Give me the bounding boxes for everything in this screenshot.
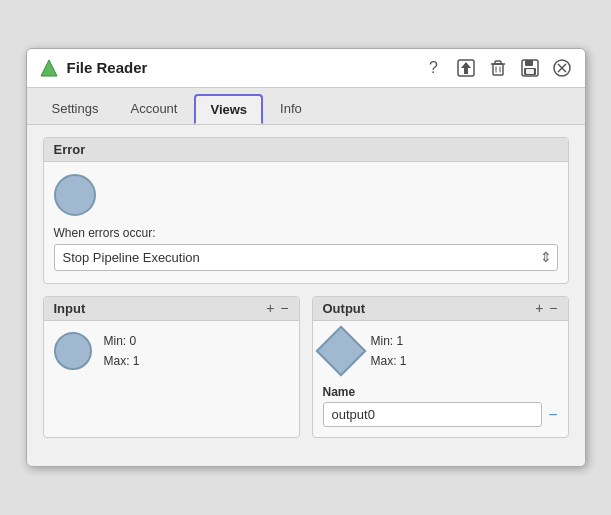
input-port-info: Min: 0 Max: 1 bbox=[104, 331, 140, 372]
error-section-header: Error bbox=[44, 138, 568, 162]
input-section: Input + − Min: 0 Max: bbox=[43, 296, 300, 439]
ports-row: Input + − Min: 0 Max: bbox=[43, 296, 569, 451]
error-section-body: When errors occur: Stop Pipeline Executi… bbox=[44, 162, 568, 283]
svg-marker-2 bbox=[461, 62, 471, 74]
tab-info[interactable]: Info bbox=[265, 94, 317, 124]
output-header-label: Output bbox=[323, 301, 366, 316]
trash-icon bbox=[489, 59, 507, 77]
output-name-remove-button[interactable]: − bbox=[548, 406, 557, 424]
input-max-value: 1 bbox=[133, 354, 140, 368]
output-port-row: Min: 1 Max: 1 bbox=[313, 321, 568, 382]
close-button[interactable] bbox=[551, 57, 573, 79]
input-add-button[interactable]: + bbox=[266, 301, 274, 315]
input-max-row: Max: 1 bbox=[104, 351, 140, 371]
input-controls: + − bbox=[266, 301, 288, 315]
output-min-value: 1 bbox=[397, 334, 404, 348]
when-errors-label: When errors occur: bbox=[54, 226, 558, 240]
output-min-row: Min: 1 bbox=[371, 331, 407, 351]
svg-rect-3 bbox=[493, 64, 503, 75]
output-remove-button[interactable]: − bbox=[549, 301, 557, 315]
window-title: File Reader bbox=[67, 59, 148, 76]
svg-rect-9 bbox=[525, 60, 533, 66]
tab-views[interactable]: Views bbox=[194, 94, 263, 124]
svg-rect-5 bbox=[495, 61, 501, 64]
input-remove-button[interactable]: − bbox=[280, 301, 288, 315]
error-action-select[interactable]: Stop Pipeline Execution Continue Ignore bbox=[54, 244, 558, 271]
save-icon bbox=[521, 59, 539, 77]
title-bar: File Reader ? bbox=[27, 49, 585, 88]
tab-account[interactable]: Account bbox=[115, 94, 192, 124]
close-icon bbox=[553, 59, 571, 77]
error-section: Error When errors occur: Stop Pipeline E… bbox=[43, 137, 569, 284]
output-name-section: Name − bbox=[313, 381, 568, 437]
output-port-info: Min: 1 Max: 1 bbox=[371, 331, 407, 372]
output-port-icon bbox=[315, 326, 366, 377]
output-section: Output + − Min: 1 Max: bbox=[312, 296, 569, 439]
output-name-label: Name bbox=[323, 385, 558, 399]
input-min-value: 0 bbox=[130, 334, 137, 348]
svg-rect-11 bbox=[526, 69, 534, 74]
tab-content: Error When errors occur: Stop Pipeline E… bbox=[27, 125, 585, 467]
input-max-label: Max: bbox=[104, 354, 130, 368]
export-button[interactable] bbox=[455, 57, 477, 79]
title-bar-left: File Reader bbox=[39, 58, 148, 78]
output-controls: + − bbox=[535, 301, 557, 315]
error-action-select-wrapper: Stop Pipeline Execution Continue Ignore … bbox=[54, 244, 558, 271]
file-reader-window: File Reader ? bbox=[26, 48, 586, 468]
input-port-icon bbox=[54, 332, 92, 370]
title-bar-right: ? bbox=[423, 57, 573, 79]
output-name-input[interactable] bbox=[323, 402, 543, 427]
output-add-button[interactable]: + bbox=[535, 301, 543, 315]
tab-settings[interactable]: Settings bbox=[37, 94, 114, 124]
output-max-value: 1 bbox=[400, 354, 407, 368]
output-max-row: Max: 1 bbox=[371, 351, 407, 371]
output-section-header: Output + − bbox=[313, 297, 568, 321]
output-name-row: − bbox=[323, 402, 558, 427]
input-min-label: Min: bbox=[104, 334, 127, 348]
save-button[interactable] bbox=[519, 57, 541, 79]
help-button[interactable]: ? bbox=[423, 57, 445, 79]
error-icon bbox=[54, 174, 96, 216]
input-port-row: Min: 0 Max: 1 bbox=[44, 321, 299, 382]
svg-marker-0 bbox=[41, 60, 57, 76]
input-min-row: Min: 0 bbox=[104, 331, 140, 351]
tab-bar: Settings Account Views Info bbox=[27, 88, 585, 125]
file-reader-icon bbox=[39, 58, 59, 78]
input-section-header: Input + − bbox=[44, 297, 299, 321]
delete-button[interactable] bbox=[487, 57, 509, 79]
export-icon bbox=[457, 59, 475, 77]
input-header-label: Input bbox=[54, 301, 86, 316]
output-max-label: Max: bbox=[371, 354, 397, 368]
output-min-label: Min: bbox=[371, 334, 394, 348]
